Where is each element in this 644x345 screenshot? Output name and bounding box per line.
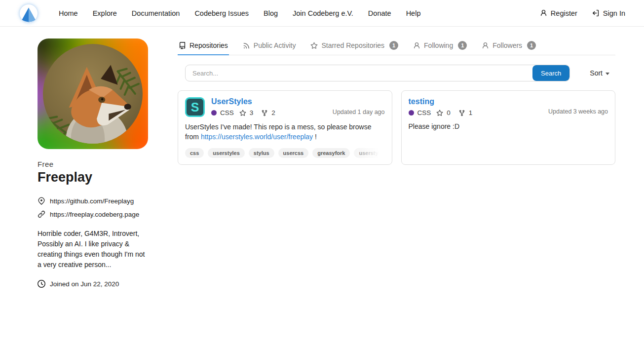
tab-starred-repositories[interactable]: Starred Repositories 1 [309, 36, 399, 55]
topic-pill[interactable]: css [185, 148, 204, 158]
navbar-auth-area: Register Sign In [540, 9, 625, 17]
tab-public-activity-label: Public Activity [254, 41, 296, 49]
person-icon [413, 42, 420, 49]
codeberg-logo[interactable] [20, 4, 38, 22]
search-button[interactable]: Search [532, 65, 569, 81]
tab-following-label: Following [424, 41, 453, 49]
profile-location-row: https://github.com/Freeplayg [38, 197, 152, 205]
repo-topics: css userstyles stylus usercss greasyfork… [185, 148, 385, 158]
repo-link-userstyles[interactable]: UserStyles [211, 97, 252, 106]
star-icon [310, 42, 318, 49]
profile-website-text[interactable]: https://freeplay.codeberg.page [50, 211, 139, 218]
register-button[interactable]: Register [540, 9, 577, 17]
repo-description-text: Please ignore :D [409, 122, 460, 130]
repo-description-link[interactable]: https://userstyles.world/user/freeplay [201, 133, 313, 141]
profile-bio: Horrible coder, G4M3R, Introvert, Possib… [38, 229, 150, 270]
search-input[interactable] [186, 65, 532, 81]
repo-search-row: Search Sort [178, 65, 615, 81]
topic-pill[interactable]: usercss [278, 148, 309, 158]
repo-title-stack: testing CSS 0 1 [409, 97, 549, 116]
nav-link-donate[interactable]: Donate [361, 9, 399, 17]
link-icon [38, 210, 45, 218]
repo-avatar-stylus[interactable]: S [185, 97, 205, 117]
rss-icon [243, 42, 250, 49]
repo-language: CSS [417, 109, 431, 116]
topic-pill[interactable]: userstyle [354, 148, 384, 158]
repo-title-stack: UserStyles CSS 3 2 [211, 97, 333, 117]
repo-card-header: testing CSS 0 1 [409, 97, 608, 116]
repo-link-testing[interactable]: testing [409, 97, 434, 106]
fork-icon [458, 110, 465, 116]
star-icon [239, 110, 246, 116]
profile-tabs: Repositories Public Activity Starred Rep… [178, 36, 615, 55]
profile-links: https://github.com/Freeplayg https://fre… [38, 197, 152, 218]
profile-sidebar: Free Freeplay https://github.com/Freepla… [38, 33, 152, 288]
nav-links: Home Explore Documentation Codeberg Issu… [51, 9, 428, 17]
tab-public-activity[interactable]: Public Activity [242, 36, 297, 55]
profile-username: Freeplay [38, 170, 152, 185]
location-pin-icon [38, 197, 45, 205]
topic-pill[interactable]: greasyfork [312, 148, 350, 158]
tab-repositories-label: Repositories [189, 41, 228, 49]
repo-meta-row: CSS 0 1 [409, 109, 549, 116]
tab-followers[interactable]: Followers 1 [481, 36, 537, 55]
repo-card-userstyles: S UserStyles CSS 3 [178, 90, 392, 165]
repo-list: S UserStyles CSS 3 [178, 90, 615, 165]
nav-link-documentation[interactable]: Documentation [124, 9, 188, 17]
starred-count-badge: 1 [389, 41, 398, 50]
repo-icon [179, 42, 186, 49]
nav-link-blog[interactable]: Blog [256, 9, 285, 17]
codeberg-mountain-icon [20, 4, 38, 22]
search-group: Search [185, 65, 570, 81]
top-navbar: Home Explore Documentation Codeberg Issu… [0, 0, 644, 27]
language-color-dot [409, 110, 414, 115]
followers-count-badge: 1 [527, 41, 536, 50]
sign-in-icon [592, 9, 600, 17]
profile-joined-row: Joined on Jun 22, 2020 [38, 280, 152, 288]
sort-dropdown[interactable]: Sort [590, 69, 609, 77]
repo-description: Please ignore :D [409, 121, 608, 131]
nav-link-help[interactable]: Help [399, 9, 428, 17]
person-icon [540, 9, 547, 17]
register-label: Register [551, 9, 577, 17]
repo-language: CSS [220, 109, 234, 116]
profile-display-name: Free [38, 160, 152, 168]
star-icon [436, 110, 443, 116]
nav-link-codeberg-issues[interactable]: Codeberg Issues [187, 9, 256, 17]
profile-location-text[interactable]: https://github.com/Freeplayg [50, 197, 134, 205]
main-column: Repositories Public Activity Starred Rep… [178, 33, 615, 165]
tab-following[interactable]: Following 1 [412, 36, 468, 55]
topic-pill[interactable]: stylus [249, 148, 274, 158]
person-icon [482, 42, 489, 49]
topic-pill[interactable]: userstyles [208, 148, 244, 158]
star-count: 0 [447, 109, 451, 116]
repo-description: UserStyles I've made! This repo is a mes… [185, 122, 385, 142]
sign-in-label: Sign In [603, 9, 625, 17]
page-content: Free Freeplay https://github.com/Freepla… [0, 27, 644, 288]
profile-joined-text: Joined on Jun 22, 2020 [50, 280, 119, 288]
sign-in-button[interactable]: Sign In [592, 9, 625, 17]
tab-starred-label: Starred Repositories [321, 41, 384, 49]
repo-updated: Updated 3 weeks ago [548, 108, 608, 116]
sort-label: Sort [590, 69, 603, 77]
profile-website-row: https://freeplay.codeberg.page [38, 210, 152, 218]
repo-meta-row: CSS 3 2 [211, 109, 333, 116]
user-avatar[interactable] [38, 38, 148, 149]
repo-description-suffix: ! [315, 133, 317, 141]
following-count-badge: 1 [458, 41, 467, 50]
fork-count: 1 [469, 109, 473, 116]
tab-followers-label: Followers [492, 41, 522, 49]
repo-card-testing: testing CSS 0 1 [401, 90, 616, 165]
fork-icon [261, 110, 268, 116]
nav-link-join-codeberg[interactable]: Join Codeberg e.V. [285, 9, 361, 17]
fork-count: 2 [271, 109, 275, 116]
fox-photo [43, 44, 143, 144]
nav-link-explore[interactable]: Explore [85, 9, 124, 17]
chevron-down-icon [606, 73, 609, 75]
nav-link-home[interactable]: Home [51, 9, 85, 17]
language-color-dot [211, 110, 217, 115]
star-count: 3 [250, 109, 254, 116]
tab-repositories[interactable]: Repositories [178, 36, 229, 55]
clock-icon [38, 280, 45, 288]
repo-card-header: S UserStyles CSS 3 [185, 97, 385, 117]
